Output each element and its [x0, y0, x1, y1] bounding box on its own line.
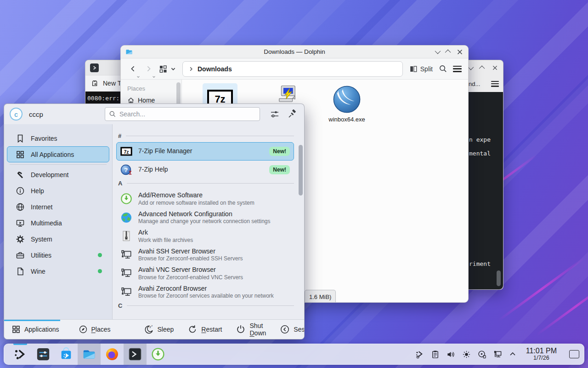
sort-settings-icon[interactable] — [270, 109, 279, 119]
file-winbox64-exe[interactable]: winbox64.exe — [325, 85, 369, 123]
svg-text:z: z — [151, 324, 153, 327]
split-button[interactable]: Split — [409, 65, 433, 73]
footer-tab-places[interactable]: Places — [79, 325, 111, 334]
app-item-add-remove-software[interactable]: Add/Remove SoftwareAdd or remove softwar… — [116, 190, 294, 208]
dolphin-titlebar[interactable]: Downloads — Dolphin — [121, 46, 468, 58]
bookmark-icon — [16, 134, 25, 143]
back-button[interactable] — [127, 63, 138, 75]
svg-text:7z: 7z — [124, 149, 129, 155]
menu-icon[interactable] — [491, 81, 499, 87]
tray-network-icon[interactable] — [493, 350, 502, 359]
search-input[interactable] — [119, 110, 256, 118]
sidebar-item-internet[interactable]: Internet — [7, 199, 109, 215]
taskbar-discover[interactable] — [55, 344, 78, 365]
terminal-titlebar[interactable] — [466, 60, 503, 75]
sidebar-item-help[interactable]: Help — [7, 183, 109, 199]
file-setup-exe[interactable] — [275, 84, 299, 105]
new-badge: New! — [269, 147, 290, 156]
minimize-button[interactable] — [433, 48, 441, 56]
app-item-avahi-zeroconf-browser[interactable]: Avahi Zeroconf BrowserBrowse for Zerocon… — [116, 283, 294, 302]
terminal-output: n expementalriment — [466, 92, 503, 289]
scrollbar[interactable] — [299, 145, 303, 196]
sidebar-item-label: Favorites — [31, 135, 57, 142]
sidebar-item-wine[interactable]: Wine — [7, 263, 109, 279]
search-field[interactable] — [105, 107, 260, 121]
peek-desktop-button[interactable] — [569, 350, 579, 358]
system-tray: 11:01 PM 1/7/26 — [415, 347, 579, 361]
konsole-window-right: nd... n expementalriment — [466, 60, 503, 290]
installer-icon — [277, 84, 298, 105]
sidebar-item-label: Development — [31, 171, 69, 178]
document-icon — [16, 267, 25, 276]
sidebar-item-label: Utilities — [31, 252, 51, 259]
sidebar-item-multimedia[interactable]: Multimedia — [7, 215, 109, 231]
shut-down-button[interactable]: Shut Down — [236, 322, 266, 337]
new-tab-button[interactable]: New T — [103, 80, 121, 87]
taskbar-package-updater[interactable] — [147, 344, 170, 365]
close-button[interactable] — [491, 64, 498, 72]
app-item-7-zip-help[interactable]: ?7-Zip HelpNew! — [116, 161, 294, 179]
sidebar-item-all-applications[interactable]: All Applications — [7, 146, 109, 162]
user-avatar[interactable]: c — [10, 108, 23, 121]
digital-clock[interactable]: 11:01 PM 1/7/26 — [526, 347, 557, 361]
app-item-avahi-ssh-server-browser[interactable]: Avahi SSH Server BrowserBrowse for Zeroc… — [116, 246, 294, 264]
breadcrumb-folder[interactable]: Downloads — [198, 65, 232, 73]
globe-icon — [16, 202, 25, 212]
expand-tray-icon[interactable] — [509, 351, 516, 358]
chevron-right-icon — [188, 66, 194, 72]
taskbar-konsole[interactable] — [124, 344, 147, 365]
app-item-ark[interactable]: ArkWork with file archives — [116, 227, 294, 246]
scrollbar[interactable] — [497, 270, 501, 286]
app-item-advanced-network-configuration[interactable]: Advanced Network ConfigurationManage and… — [116, 208, 294, 227]
downloader-icon — [151, 347, 165, 361]
server_browser-icon — [120, 267, 132, 279]
tray-brightness-icon[interactable] — [462, 350, 471, 359]
launcher-sidebar: FavoritesAll ApplicationsDevelopmentHelp… — [4, 124, 113, 319]
terminal-line: riment — [469, 260, 491, 267]
location-bar[interactable]: Downloads — [182, 61, 403, 77]
desktop: New T 0080:err: nd... n expementalriment — [0, 0, 588, 368]
search-icon[interactable] — [437, 63, 448, 75]
tray-clipboard-icon[interactable] — [431, 350, 440, 359]
downloader-icon — [120, 193, 132, 205]
sidebar-item-utilities[interactable]: Utilities — [7, 247, 109, 263]
session-button[interactable]: Session — [280, 324, 305, 334]
tab-title-truncated[interactable]: nd... — [469, 80, 480, 87]
taskbar-dolphin[interactable] — [78, 344, 101, 365]
tray-audio-volume-icon[interactable] — [447, 350, 455, 359]
close-button[interactable] — [456, 48, 464, 56]
sidebar-item-label: All Applications — [31, 151, 74, 158]
restart-button[interactable]: Restart — [187, 324, 222, 334]
view-mode-button[interactable] — [158, 64, 176, 74]
sidebar-item-favorites[interactable]: Favorites — [7, 130, 109, 146]
maximize-button[interactable] — [479, 64, 486, 72]
tray-disks-devices-icon[interactable] — [478, 350, 486, 359]
grid-icon — [11, 325, 21, 334]
discover-icon — [59, 347, 73, 361]
sleep-button[interactable]: zzSleep — [144, 324, 174, 334]
sidebar-item-label: System — [31, 236, 52, 243]
svg-text:?: ? — [124, 167, 128, 173]
pin-icon[interactable] — [288, 109, 297, 119]
footer-tab-applications[interactable]: Applications — [11, 325, 59, 334]
tray-plasma-widget-icon[interactable] — [415, 350, 424, 359]
wallpaper-accent — [498, 257, 585, 321]
maximize-button[interactable] — [445, 48, 452, 56]
taskbar-application-launcher[interactable] — [9, 344, 32, 365]
sidebar-item-system[interactable]: System — [7, 231, 109, 247]
places-item-home[interactable]: Home — [127, 97, 181, 104]
app-item-7-zip-file-manager[interactable]: 7z7-Zip File ManagerNew! — [116, 142, 294, 161]
forward-button[interactable] — [143, 63, 154, 75]
taskbar-system-settings[interactable] — [32, 344, 55, 365]
kicker-icon — [13, 347, 27, 361]
sidebar-item-development[interactable]: Development — [7, 167, 109, 183]
application-list: #7z7-Zip File ManagerNew!?7-Zip HelpNew!… — [113, 124, 304, 319]
info-icon — [16, 186, 25, 196]
sidebar-item-label: Internet — [31, 203, 52, 211]
menu-icon[interactable] — [453, 66, 462, 72]
terminal-line: mental — [469, 150, 491, 157]
restart-icon — [187, 324, 198, 334]
taskbar-firefox[interactable] — [101, 344, 124, 365]
sevenzip_help-icon: ? — [120, 164, 132, 176]
app-item-avahi-vnc-server-browser[interactable]: Avahi VNC Server BrowserBrowse for Zeroc… — [116, 264, 294, 283]
